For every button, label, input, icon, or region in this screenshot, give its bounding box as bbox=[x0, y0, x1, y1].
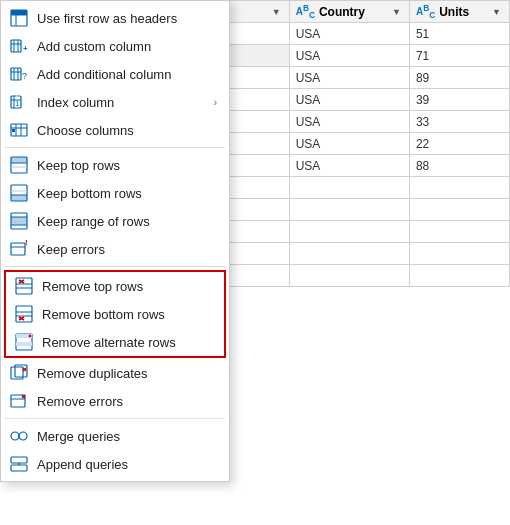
menu-item-append-queries[interactable]: Append queries bbox=[1, 450, 229, 478]
menu-item-label: Remove top rows bbox=[42, 279, 212, 294]
svg-text:?: ? bbox=[22, 71, 27, 81]
country-filter-btn[interactable]: ▼ bbox=[390, 7, 403, 17]
table-row bbox=[409, 221, 509, 243]
menu-item-keep-top-rows[interactable]: Keep top rows bbox=[1, 151, 229, 179]
svg-rect-25 bbox=[11, 157, 27, 163]
menu-item-label: Add conditional column bbox=[37, 67, 217, 82]
menu-item-remove-top-rows[interactable]: Remove top rows bbox=[6, 272, 224, 300]
conditional-col-icon: ? bbox=[9, 64, 29, 84]
table-row: 51 bbox=[409, 23, 509, 45]
remove-dupes-icon bbox=[9, 363, 29, 383]
menu-item-add-conditional-col[interactable]: ?Add conditional column bbox=[1, 60, 229, 88]
keep-errors-icon: ! bbox=[9, 239, 29, 259]
context-menu: Use first row as headers+Add custom colu… bbox=[0, 0, 230, 482]
menu-item-merge-queries[interactable]: Merge queries bbox=[1, 422, 229, 450]
svg-rect-4 bbox=[11, 40, 21, 52]
choose-col-icon bbox=[9, 120, 29, 140]
keep-bottom-icon bbox=[9, 183, 29, 203]
col-units-label: Units bbox=[439, 5, 469, 19]
remove-top-icon bbox=[14, 276, 34, 296]
table-row: 33 bbox=[409, 111, 509, 133]
col-country: ABC Country ▼ bbox=[289, 1, 409, 23]
table-row: USA bbox=[289, 111, 409, 133]
table-row: USA bbox=[289, 89, 409, 111]
menu-divider bbox=[5, 418, 225, 419]
menu-item-add-custom-col[interactable]: +Add custom column bbox=[1, 32, 229, 60]
table-row: USA bbox=[289, 133, 409, 155]
menu-item-keep-range-rows[interactable]: Keep range of rows bbox=[1, 207, 229, 235]
table-row bbox=[409, 243, 509, 265]
menu-item-index-col[interactable]: 1#Index column› bbox=[1, 88, 229, 116]
svg-text:+: + bbox=[23, 44, 28, 53]
table-row: USA bbox=[289, 155, 409, 177]
menu-item-remove-errors[interactable]: Remove errors bbox=[1, 387, 229, 415]
table-row: USA bbox=[289, 67, 409, 89]
keep-top-icon bbox=[9, 155, 29, 175]
remove-errors-icon bbox=[9, 391, 29, 411]
menu-item-label: Use first row as headers bbox=[37, 11, 217, 26]
country-col-icon: ABC bbox=[296, 3, 315, 20]
menu-divider bbox=[5, 266, 225, 267]
remove-bottom-icon bbox=[14, 304, 34, 324]
remove-alternate-icon bbox=[14, 332, 34, 352]
svg-rect-36 bbox=[11, 243, 25, 255]
col-country-label: Country bbox=[319, 5, 365, 19]
menu-divider bbox=[5, 147, 225, 148]
table-row bbox=[289, 199, 409, 221]
keep-range-icon bbox=[9, 211, 29, 231]
menu-item-label: Choose columns bbox=[37, 123, 217, 138]
table-row bbox=[289, 265, 409, 287]
col-units: ABC Units ▼ bbox=[409, 1, 509, 23]
table-row: USA bbox=[289, 23, 409, 45]
submenu-arrow-icon: › bbox=[214, 97, 217, 108]
menu-item-remove-duplicates[interactable]: Remove duplicates bbox=[1, 359, 229, 387]
menu-item-label: Keep bottom rows bbox=[37, 186, 217, 201]
table-row bbox=[289, 243, 409, 265]
svg-point-63 bbox=[19, 432, 27, 440]
table-row: 39 bbox=[409, 89, 509, 111]
menu-item-keep-errors[interactable]: !Keep errors bbox=[1, 235, 229, 263]
menu-item-use-first-row[interactable]: Use first row as headers bbox=[1, 4, 229, 32]
table-row bbox=[409, 265, 509, 287]
table-row bbox=[409, 177, 509, 199]
menu-item-label: Remove alternate rows bbox=[42, 335, 212, 350]
units-filter-btn[interactable]: ▼ bbox=[490, 7, 503, 17]
add-col-icon: + bbox=[9, 36, 29, 56]
menu-item-remove-bottom-rows[interactable]: Remove bottom rows bbox=[6, 300, 224, 328]
menu-item-label: Remove bottom rows bbox=[42, 307, 212, 322]
period-filter-btn[interactable]: ▼ bbox=[270, 7, 283, 17]
append-icon bbox=[9, 454, 29, 474]
menu-item-label: Add custom column bbox=[37, 39, 217, 54]
menu-item-label: Keep top rows bbox=[37, 158, 217, 173]
units-col-icon: ABC bbox=[416, 3, 435, 20]
menu-item-label: Merge queries bbox=[37, 429, 217, 444]
menu-item-choose-cols[interactable]: Choose columns bbox=[1, 116, 229, 144]
table-row: 89 bbox=[409, 67, 509, 89]
svg-rect-1 bbox=[11, 10, 27, 15]
menu-item-label: Remove duplicates bbox=[37, 366, 217, 381]
table-row bbox=[289, 221, 409, 243]
svg-text:1: 1 bbox=[16, 100, 20, 107]
index-col-icon: 1# bbox=[9, 92, 29, 112]
table-header-icon bbox=[9, 8, 29, 28]
menu-item-label: Keep errors bbox=[37, 242, 217, 257]
menu-item-remove-alternate-rows[interactable]: Remove alternate rows bbox=[6, 328, 224, 356]
table-row: 88 bbox=[409, 155, 509, 177]
merge-icon bbox=[9, 426, 29, 446]
table-row bbox=[409, 199, 509, 221]
menu-item-keep-bottom-rows[interactable]: Keep bottom rows bbox=[1, 179, 229, 207]
table-row: 71 bbox=[409, 45, 509, 67]
table-row bbox=[289, 177, 409, 199]
menu-item-label: Remove errors bbox=[37, 394, 217, 409]
svg-rect-23 bbox=[12, 129, 15, 132]
menu-item-label: Append queries bbox=[37, 457, 217, 472]
highlighted-group: Remove top rowsRemove bottom rowsRemove … bbox=[4, 270, 226, 358]
svg-text:!: ! bbox=[25, 240, 28, 247]
svg-rect-64 bbox=[11, 457, 27, 463]
menu-item-label: Keep range of rows bbox=[37, 214, 217, 229]
svg-rect-51 bbox=[16, 342, 32, 346]
svg-rect-33 bbox=[11, 217, 27, 225]
table-row: USA bbox=[289, 45, 409, 67]
svg-point-62 bbox=[11, 432, 19, 440]
svg-rect-65 bbox=[11, 465, 27, 471]
